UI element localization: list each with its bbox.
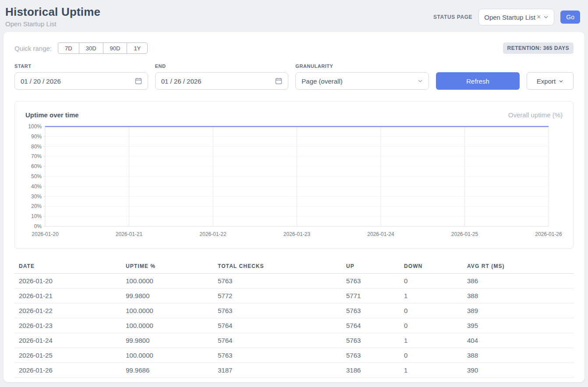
end-date-value: 01 / 26 / 2026 xyxy=(161,77,202,85)
table-cell: 100.0000 xyxy=(121,303,213,318)
svg-text:2026-01-24: 2026-01-24 xyxy=(367,231,394,237)
svg-text:2026-01-21: 2026-01-21 xyxy=(116,231,143,237)
calendar-icon[interactable] xyxy=(275,77,282,84)
table-row: 2026-01-20100.0000576357630386 xyxy=(14,274,574,288)
table-cell: 100.0000 xyxy=(121,318,213,333)
table-cell: 389 xyxy=(463,303,574,318)
table-cell: 2026-01-26 xyxy=(14,363,121,378)
table-cell: 5763 xyxy=(213,274,342,288)
table-cell: 2026-01-25 xyxy=(14,348,121,363)
table-cell: 2026-01-24 xyxy=(14,333,121,348)
topbar: Historical Uptime Open Startup List STAT… xyxy=(0,0,588,32)
status-page-select[interactable]: Open Startup List × xyxy=(478,9,554,25)
svg-text:100%: 100% xyxy=(28,123,42,130)
table-cell: 99.9800 xyxy=(121,288,213,303)
svg-text:2026-01-23: 2026-01-23 xyxy=(283,231,311,237)
quick-range-90d[interactable]: 90D xyxy=(103,42,127,54)
table-cell: 0 xyxy=(400,348,463,363)
calendar-icon[interactable] xyxy=(135,77,142,84)
table-cell: 5771 xyxy=(342,288,400,303)
start-date-input[interactable]: 01 / 20 / 2026 xyxy=(14,72,148,90)
table-cell: 5763 xyxy=(342,348,400,363)
status-page-selected-value: Open Startup List xyxy=(484,14,535,21)
table-cell: 5763 xyxy=(342,303,400,318)
table-cell: 2026-01-23 xyxy=(14,318,121,333)
go-button[interactable]: Go xyxy=(560,11,580,24)
table-cell: 395 xyxy=(463,318,574,333)
table-cell: 0 xyxy=(400,274,463,288)
chevron-down-icon xyxy=(543,14,549,20)
table-cell: 0 xyxy=(400,303,463,318)
table-body: 2026-01-20100.00005763576303862026-01-21… xyxy=(14,274,574,378)
table-cell: 388 xyxy=(463,348,574,363)
table-cell: 99.9686 xyxy=(121,363,213,378)
granularity-select[interactable]: Page (overall) xyxy=(295,72,429,90)
table-cell: 5764 xyxy=(213,333,342,348)
table-cell: 5764 xyxy=(213,318,342,333)
table-header-date: DATE xyxy=(14,260,121,274)
quick-range-group: 7D30D90D1Y xyxy=(58,42,148,54)
retention-badge: RETENTION: 365 DAYS xyxy=(503,42,574,54)
table-row: 2026-01-2199.9800577257711388 xyxy=(14,288,574,303)
clear-icon[interactable]: × xyxy=(537,14,541,21)
granularity-label: GRANULARITY xyxy=(295,63,429,69)
main-card: Quick range: 7D30D90D1Y RETENTION: 365 D… xyxy=(4,32,584,382)
svg-text:2026-01-25: 2026-01-25 xyxy=(451,231,478,237)
table-header-avg-rt-ms: AVG RT (MS) xyxy=(463,260,574,274)
svg-text:2026-01-20: 2026-01-20 xyxy=(32,231,59,237)
table-cell: 5763 xyxy=(213,303,342,318)
table-cell: 388 xyxy=(463,288,574,303)
svg-text:2026-01-26: 2026-01-26 xyxy=(535,231,562,237)
page-subtitle: Open Startup List xyxy=(5,20,100,28)
quick-range-30d[interactable]: 30D xyxy=(79,42,103,54)
chart-header: Uptime over time Overall uptime (%) xyxy=(25,111,563,119)
table-cell: 5763 xyxy=(342,333,400,348)
svg-text:60%: 60% xyxy=(31,163,42,169)
svg-text:20%: 20% xyxy=(31,203,42,209)
svg-text:50%: 50% xyxy=(31,173,42,179)
granularity-value: Page (overall) xyxy=(301,77,342,85)
table-cell: 404 xyxy=(463,333,574,348)
table-cell: 5764 xyxy=(342,318,400,333)
end-date-label: END xyxy=(155,63,289,69)
status-page-label: STATUS PAGE xyxy=(433,14,472,20)
table-cell: 386 xyxy=(463,274,574,288)
svg-text:40%: 40% xyxy=(31,183,42,190)
chart-title: Uptime over time xyxy=(25,111,79,119)
quick-range-7d[interactable]: 7D xyxy=(58,42,79,54)
export-button-label: Export xyxy=(537,77,556,85)
page-title: Historical Uptime xyxy=(5,5,100,19)
export-button[interactable]: Export xyxy=(527,72,574,90)
table-cell: 2026-01-22 xyxy=(14,303,121,318)
table-header-up: UP xyxy=(342,260,400,274)
table-cell: 1 xyxy=(400,333,463,348)
table-cell: 99.9800 xyxy=(121,333,213,348)
svg-text:80%: 80% xyxy=(31,144,42,150)
granularity-field: GRANULARITY Page (overall) xyxy=(295,63,429,90)
uptime-table: DATEUPTIME %TOTAL CHECKSUPDOWNAVG RT (MS… xyxy=(14,260,574,378)
filter-row: START 01 / 20 / 2026 END 01 / 26 / 2026 … xyxy=(14,63,574,90)
quick-range-1y[interactable]: 1Y xyxy=(127,42,148,54)
end-date-input[interactable]: 01 / 26 / 2026 xyxy=(155,72,289,90)
start-date-field: START 01 / 20 / 2026 xyxy=(14,63,148,90)
svg-text:0%: 0% xyxy=(34,223,42,229)
start-date-label: START xyxy=(14,63,148,69)
table-header-down: DOWN xyxy=(400,260,463,274)
refresh-button[interactable]: Refresh xyxy=(436,72,520,90)
chart-legend: Overall uptime (%) xyxy=(508,111,563,119)
table-cell: 5763 xyxy=(213,348,342,363)
uptime-chart-card: Uptime over time Overall uptime (%) 0%10… xyxy=(14,101,574,249)
table-cell: 100.0000 xyxy=(121,348,213,363)
table-cell: 1 xyxy=(400,288,463,303)
svg-text:90%: 90% xyxy=(31,134,42,140)
table-header-total-checks: TOTAL CHECKS xyxy=(213,260,342,274)
table-cell: 1 xyxy=(400,363,463,378)
quick-range-label: Quick range: xyxy=(14,45,52,52)
table-row: 2026-01-22100.0000576357630389 xyxy=(14,303,574,318)
table-cell: 3186 xyxy=(342,363,400,378)
svg-text:30%: 30% xyxy=(31,194,42,200)
table-cell: 2026-01-21 xyxy=(14,288,121,303)
table-row: 2026-01-23100.0000576457640395 xyxy=(14,318,574,333)
quick-range-row: Quick range: 7D30D90D1Y RETENTION: 365 D… xyxy=(14,42,574,54)
table-head: DATEUPTIME %TOTAL CHECKSUPDOWNAVG RT (MS… xyxy=(14,260,574,274)
